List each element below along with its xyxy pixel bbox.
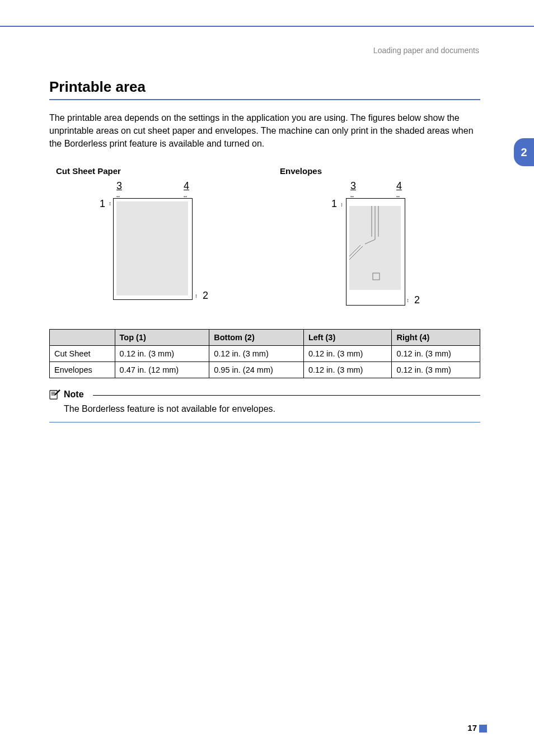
diagram-cut-sheet: 3 4 ↔ ↔ 1 ↕ ↕ 2: [83, 184, 251, 312]
page-tick: [479, 725, 487, 732]
page-number: 17: [467, 723, 477, 732]
label-1: 1: [100, 198, 105, 210]
row-bottom: 0.12 in. (3 mm): [209, 345, 304, 361]
envelope-flap-lines: [349, 206, 401, 290]
breadcrumb: Loading paper and documents: [373, 46, 479, 55]
label-2: 2: [414, 294, 420, 306]
svg-line-4: [349, 246, 363, 260]
title-rule: [49, 99, 480, 100]
row-left: 0.12 in. (3 mm): [303, 345, 392, 361]
arrow-icon: ↕: [195, 293, 198, 299]
diagram-envelopes: 3 4 ↔ ↔ 1 ↕: [307, 184, 475, 312]
table-header-bottom: Bottom (2): [209, 329, 304, 345]
label-1: 1: [331, 198, 337, 210]
arrow-icon: ↕: [340, 202, 343, 208]
row-name: Envelopes: [50, 361, 115, 378]
intro-paragraph: The printable area depends on the settin…: [49, 111, 480, 151]
label-2: 2: [203, 290, 208, 302]
table-header-top: Top (1): [115, 329, 209, 345]
table-header-right: Right (4): [392, 329, 480, 345]
arrow-icon: ↕: [406, 298, 409, 303]
note-header: Note: [49, 389, 480, 400]
margins-table: Top (1) Bottom (2) Left (3) Right (4) Cu…: [49, 329, 480, 378]
row-name: Cut Sheet: [50, 345, 115, 361]
svg-line-3: [349, 245, 360, 256]
figure-title-envelopes: Envelopes: [280, 166, 475, 176]
note-block: Note The Borderless feature is not avail…: [49, 389, 480, 414]
figure-title-cutsheet: Cut Sheet Paper: [56, 166, 251, 176]
table-header-empty: [50, 329, 115, 345]
row-right: 0.12 in. (3 mm): [392, 361, 480, 378]
note-text: The Borderless feature is not available …: [64, 404, 480, 414]
note-icon: [49, 389, 60, 400]
content-area: Printable area The printable area depend…: [49, 78, 480, 422]
table-header-left: Left (3): [303, 329, 392, 345]
svg-rect-6: [373, 273, 380, 280]
figures-row: Cut Sheet Paper 3 4 ↔ ↔ 1 ↕ ↕ 2: [49, 166, 480, 312]
row-top: 0.47 in. (12 mm): [115, 361, 209, 378]
row-right: 0.12 in. (3 mm): [392, 345, 480, 361]
section-end-rule: [49, 422, 480, 422]
label-3: 3: [116, 180, 122, 192]
label-4: 4: [184, 180, 189, 192]
svg-line-5: [365, 240, 375, 244]
figure-envelopes: Envelopes 3 4 ↔ ↔ 1 ↕: [273, 166, 475, 312]
note-rule: [93, 395, 480, 396]
row-top: 0.12 in. (3 mm): [115, 345, 209, 361]
row-bottom: 0.95 in. (24 mm): [209, 361, 304, 378]
figure-cut-sheet: Cut Sheet Paper 3 4 ↔ ↔ 1 ↕ ↕ 2: [49, 166, 251, 312]
top-rule: [0, 26, 534, 27]
section-title: Printable area: [49, 78, 480, 96]
cutsheet-inner: [116, 201, 188, 295]
chapter-tab: 2: [514, 138, 534, 166]
table-header-row: Top (1) Bottom (2) Left (3) Right (4): [50, 329, 480, 345]
note-title: Note: [64, 389, 90, 400]
label-4: 4: [396, 180, 402, 192]
label-3: 3: [350, 180, 356, 192]
table-row: Envelopes 0.47 in. (12 mm) 0.95 in. (24 …: [50, 361, 480, 378]
arrow-icon: ↕: [109, 201, 111, 206]
table-row: Cut Sheet 0.12 in. (3 mm) 0.12 in. (3 mm…: [50, 345, 480, 361]
row-left: 0.12 in. (3 mm): [303, 361, 392, 378]
